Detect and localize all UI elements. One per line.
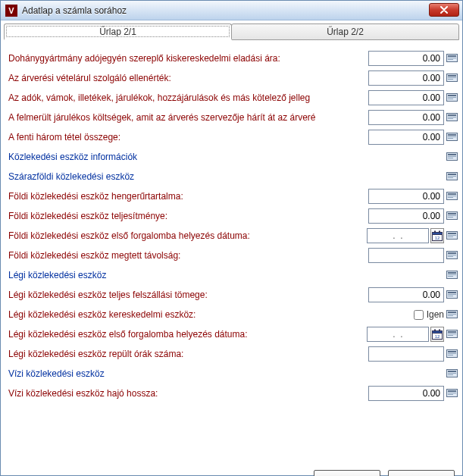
close-button[interactable] xyxy=(429,3,459,17)
field-label: A fenti három tétel összege: xyxy=(8,132,368,142)
row-helper-icon[interactable] xyxy=(446,190,458,202)
svg-rect-46 xyxy=(448,252,456,254)
svg-rect-9 xyxy=(448,95,456,96)
numeric-input[interactable] xyxy=(368,90,444,105)
svg-rect-13 xyxy=(448,114,456,116)
app-icon: V xyxy=(5,5,17,17)
numeric-input[interactable] xyxy=(368,130,444,145)
svg-rect-69 xyxy=(448,335,453,336)
field-label: Az adók, vámok, illetékek, járulékok, ho… xyxy=(8,92,368,103)
row-helper-icon[interactable] xyxy=(446,328,458,340)
text-input[interactable] xyxy=(368,346,444,362)
svg-rect-34 xyxy=(448,215,456,216)
svg-rect-63 xyxy=(434,330,436,332)
row-helper-icon[interactable] xyxy=(446,131,458,143)
calendar-button[interactable]: 12 xyxy=(430,228,444,243)
numeric-input[interactable] xyxy=(368,51,444,66)
row-helper-icon[interactable] xyxy=(446,210,458,222)
row-helper-icon[interactable] xyxy=(446,72,458,84)
field-label: Légi közlekedési eszköz teljes felszállá… xyxy=(8,290,368,300)
row-helper-icon[interactable] xyxy=(446,92,458,104)
svg-rect-37 xyxy=(433,233,443,235)
svg-rect-59 xyxy=(448,314,456,315)
numeric-input[interactable] xyxy=(368,208,444,224)
form-row: Légi közlekedési eszköz kereskedelmi esz… xyxy=(8,305,458,324)
row-helper-icon[interactable] xyxy=(446,289,458,301)
row-helper-icon[interactable] xyxy=(446,308,458,321)
row-helper-icon[interactable] xyxy=(446,387,458,399)
svg-text:12: 12 xyxy=(435,334,440,339)
row-helper-icon[interactable] xyxy=(446,111,458,124)
field-label: A felmerült járulékos költségek, amit az… xyxy=(8,112,368,123)
row-helper-icon[interactable] xyxy=(446,52,458,64)
row-helper-icon[interactable] xyxy=(446,249,458,261)
svg-rect-29 xyxy=(448,193,456,195)
numeric-input[interactable] xyxy=(368,110,444,125)
numeric-input[interactable] xyxy=(368,189,444,204)
svg-rect-80 xyxy=(448,393,456,393)
svg-rect-73 xyxy=(448,355,453,355)
row-helper-icon[interactable] xyxy=(446,151,458,163)
form-row: A felmerült járulékos költségek, amit az… xyxy=(8,108,458,127)
svg-rect-81 xyxy=(448,394,453,395)
date-input[interactable] xyxy=(367,327,429,342)
numeric-input[interactable] xyxy=(368,287,444,302)
svg-rect-64 xyxy=(439,330,440,332)
form-row: A fenti három tétel összege: xyxy=(8,128,458,146)
row-helper-icon[interactable] xyxy=(446,171,458,183)
svg-rect-21 xyxy=(448,154,456,155)
svg-rect-10 xyxy=(448,97,456,98)
svg-rect-19 xyxy=(448,138,453,139)
row-helper-icon[interactable] xyxy=(446,230,458,242)
svg-rect-56 xyxy=(448,296,453,296)
svg-text:12: 12 xyxy=(435,236,440,240)
form-row: Vízi közlekedési eszköz hajó hossza: xyxy=(8,384,458,402)
tabs: Űrlap 2/1 Űrlap 2/2 xyxy=(4,23,459,40)
dialog-footer: Rendben Kilép xyxy=(1,465,462,476)
svg-rect-31 xyxy=(448,197,453,198)
row-helper-icon[interactable] xyxy=(446,269,458,281)
svg-rect-2 xyxy=(448,58,456,58)
checkbox[interactable] xyxy=(414,310,424,320)
calendar-button[interactable]: 12 xyxy=(430,327,444,342)
ok-button[interactable]: Rendben xyxy=(314,470,380,476)
svg-rect-75 xyxy=(448,371,456,372)
numeric-input[interactable] xyxy=(368,386,444,401)
svg-rect-51 xyxy=(448,274,456,275)
form-row: Földi közlekedési eszköz teljesítménye: xyxy=(8,207,458,225)
window-title: Adatlap a számla sorához xyxy=(22,5,127,16)
field-label: Légi közlekedési eszköz első forgalomba … xyxy=(8,329,367,340)
cancel-button[interactable]: Kilép xyxy=(388,470,455,476)
form-body: Dohánygyártmány adójegyén szereplő kiske… xyxy=(1,40,462,462)
field-label: Légi közlekedési eszköz repült órák szám… xyxy=(8,349,368,359)
close-icon xyxy=(440,6,448,14)
svg-rect-25 xyxy=(448,174,456,175)
svg-rect-11 xyxy=(448,99,453,99)
form-row: Az árverési vételárul szolgáló ellenérté… xyxy=(8,69,458,87)
svg-rect-38 xyxy=(434,231,436,233)
tab-form-2-2[interactable]: Űrlap 2/2 xyxy=(231,23,459,40)
svg-rect-44 xyxy=(448,236,453,237)
svg-rect-18 xyxy=(448,136,456,137)
svg-rect-72 xyxy=(448,353,456,354)
row-helper-icon[interactable] xyxy=(446,348,458,360)
checkbox-wrapper[interactable]: Igen xyxy=(368,309,444,320)
text-input[interactable] xyxy=(368,248,444,263)
tab-form-2-1[interactable]: Űrlap 2/1 xyxy=(4,23,232,40)
row-helper-icon[interactable] xyxy=(446,368,458,380)
svg-rect-23 xyxy=(448,158,453,158)
svg-rect-35 xyxy=(448,217,453,218)
field-label: Vízi közlekedési eszköz xyxy=(8,368,446,379)
svg-rect-60 xyxy=(448,315,453,316)
svg-rect-27 xyxy=(448,177,453,178)
form-row: Légi közlekedési eszköz repült órák szám… xyxy=(8,345,458,363)
svg-rect-67 xyxy=(448,331,456,333)
field-label: Földi közlekedési eszköz első forgalomba… xyxy=(8,230,367,241)
date-input[interactable] xyxy=(367,228,429,243)
svg-rect-26 xyxy=(448,176,456,177)
svg-rect-47 xyxy=(448,255,456,255)
form-row: Légi közlekedési eszköz xyxy=(8,266,458,284)
svg-rect-62 xyxy=(433,331,443,334)
numeric-input[interactable] xyxy=(368,70,444,86)
form-row: Földi közlekedési eszköz hengerűrtartalm… xyxy=(8,187,458,205)
